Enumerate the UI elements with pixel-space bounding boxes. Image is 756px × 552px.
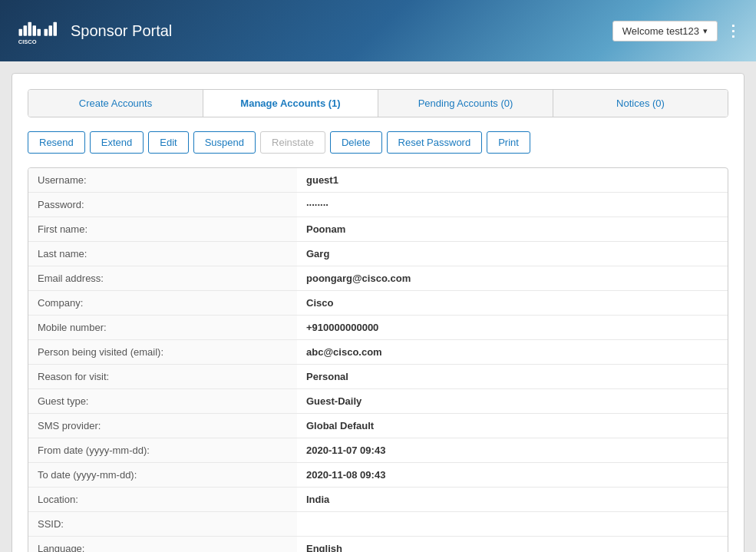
svg-rect-4	[38, 29, 41, 36]
language-value: English	[297, 537, 728, 552]
main-container: Create Accounts Manage Accounts (1) Pend…	[12, 73, 744, 552]
from-date-label: From date (yyyy-mm-dd):	[28, 438, 297, 462]
detail-row-to-date: To date (yyyy-mm-dd): 2020-11-08 09:43	[28, 463, 728, 488]
firstname-value: Poonam	[297, 217, 728, 241]
detail-row-lastname: Last name: Garg	[28, 242, 728, 266]
tabs-bar: Create Accounts Manage Accounts (1) Pend…	[28, 89, 728, 117]
tab-manage-accounts[interactable]: Manage Accounts (1)	[203, 90, 378, 117]
company-label: Company:	[28, 291, 297, 315]
guest-type-value: Guest-Daily	[297, 389, 728, 413]
svg-rect-2	[28, 22, 32, 36]
email-value: poongarg@cisco.com	[297, 266, 728, 290]
detail-row-username: Username: guest1	[28, 168, 728, 193]
password-value: ········	[297, 193, 728, 217]
username-value: guest1	[297, 168, 728, 192]
person-visited-label: Person being visited (email):	[28, 340, 297, 364]
detail-row-from-date: From date (yyyy-mm-dd): 2020-11-07 09:43	[28, 438, 728, 463]
lastname-label: Last name:	[28, 242, 297, 266]
extend-button[interactable]: Extend	[90, 131, 144, 154]
language-label: Language:	[28, 537, 297, 552]
mobile-label: Mobile number:	[28, 316, 297, 339]
menu-icon[interactable]: ⋮	[725, 21, 741, 40]
guest-type-label: Guest type:	[28, 389, 297, 413]
detail-row-company: Company: Cisco	[28, 291, 728, 316]
lastname-value: Garg	[297, 242, 728, 266]
detail-row-guest-type: Guest type: Guest-Daily	[28, 389, 728, 414]
tab-pending-accounts[interactable]: Pending Accounts (0)	[378, 90, 553, 117]
detail-row-person-visited: Person being visited (email): abc@cisco.…	[28, 340, 728, 365]
mobile-value: +910000000000	[297, 316, 728, 339]
action-buttons-bar: Resend Extend Edit Suspend Reinstate Del…	[28, 131, 728, 154]
to-date-label: To date (yyyy-mm-dd):	[28, 463, 297, 487]
tab-create-accounts[interactable]: Create Accounts	[28, 90, 203, 117]
welcome-button[interactable]: Welcome test123	[612, 21, 718, 41]
firstname-label: First name:	[28, 217, 297, 241]
password-label: Password:	[28, 193, 297, 217]
username-label: Username:	[28, 168, 297, 192]
svg-text:CISCO: CISCO	[18, 38, 37, 45]
portal-title: Sponsor Portal	[71, 22, 172, 40]
reset-password-button[interactable]: Reset Password	[387, 131, 483, 154]
sms-provider-label: SMS provider:	[28, 414, 297, 438]
detail-row-reason: Reason for visit: Personal	[28, 365, 728, 389]
to-date-value: 2020-11-08 09:43	[297, 463, 728, 487]
ssid-label: SSID:	[28, 512, 297, 536]
edit-button[interactable]: Edit	[148, 131, 188, 154]
reinstate-button: Reinstate	[260, 131, 325, 154]
reason-value: Personal	[297, 365, 728, 388]
detail-row-language: Language: English	[28, 537, 728, 552]
detail-row-mobile: Mobile number: +910000000000	[28, 316, 728, 340]
email-label: Email address:	[28, 266, 297, 290]
cisco-logo: CISCO	[15, 15, 61, 46]
reason-label: Reason for visit:	[28, 365, 297, 388]
ssid-value	[297, 512, 728, 536]
delete-button[interactable]: Delete	[330, 131, 382, 154]
location-value: India	[297, 488, 728, 511]
print-button[interactable]: Print	[487, 131, 530, 154]
app-header: CISCO Sponsor Portal Welcome test123 ⋮	[0, 0, 756, 61]
detail-row-location: Location: India	[28, 488, 728, 512]
from-date-value: 2020-11-07 09:43	[297, 438, 728, 462]
tab-notices[interactable]: Notices (0)	[553, 90, 728, 117]
svg-rect-1	[24, 25, 28, 36]
resend-button[interactable]: Resend	[28, 131, 85, 154]
detail-row-email: Email address: poongarg@cisco.com	[28, 266, 728, 291]
person-visited-value: abc@cisco.com	[297, 340, 728, 364]
svg-rect-5	[45, 29, 48, 36]
svg-rect-0	[19, 29, 23, 36]
header-right: Welcome test123 ⋮	[612, 21, 741, 41]
detail-row-firstname: First name: Poonam	[28, 217, 728, 242]
header-left: CISCO Sponsor Portal	[15, 15, 172, 46]
svg-rect-3	[33, 25, 37, 36]
account-details-panel: Username: guest1 Password: ········ Firs…	[28, 167, 728, 552]
suspend-button[interactable]: Suspend	[193, 131, 256, 154]
company-value: Cisco	[297, 291, 728, 315]
svg-rect-7	[54, 22, 58, 36]
svg-rect-6	[49, 25, 53, 36]
detail-row-sms-provider: SMS provider: Global Default	[28, 414, 728, 438]
detail-row-password: Password: ········	[28, 193, 728, 217]
sms-provider-value: Global Default	[297, 414, 728, 438]
detail-row-ssid: SSID:	[28, 512, 728, 537]
location-label: Location:	[28, 488, 297, 511]
